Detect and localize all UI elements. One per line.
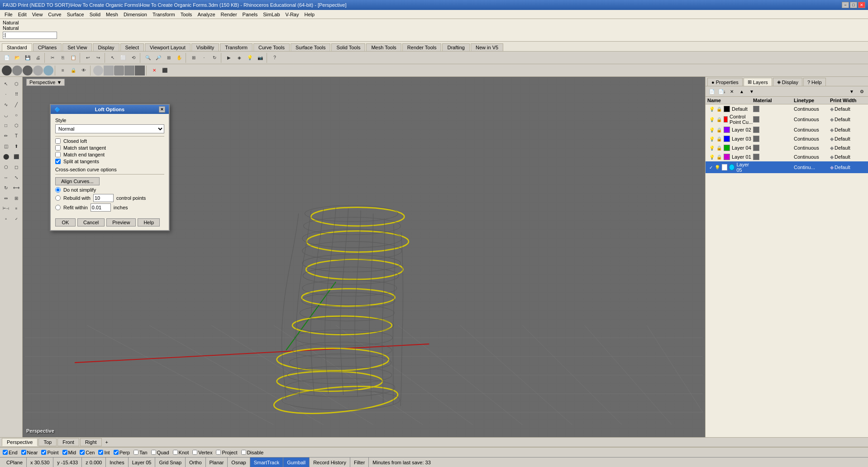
refit-value-input[interactable]: [91, 203, 111, 212]
status-smart-track[interactable]: SmartTrack: [250, 458, 283, 467]
menu-item-dimension[interactable]: Dimension: [121, 11, 150, 18]
hatch-tool[interactable]: ≡: [11, 203, 21, 213]
print-button[interactable]: 🖨: [33, 53, 43, 63]
tab-layers[interactable]: ⊞ Layers: [744, 78, 772, 86]
select-button[interactable]: ↖: [108, 53, 118, 63]
toolbar-tab-mesh-tools[interactable]: Mesh Tools: [366, 43, 401, 51]
lasso-select[interactable]: ⟲: [129, 53, 138, 63]
toolbar-tab-standard[interactable]: Standard: [2, 43, 32, 51]
status-layer[interactable]: Layer 05: [129, 458, 156, 467]
status-gumball[interactable]: Gumball: [283, 458, 310, 467]
lights-btn[interactable]: 💡: [245, 53, 255, 63]
gumball-btn[interactable]: [135, 66, 145, 75]
light-icon[interactable]: 💡: [715, 165, 720, 170]
loft-dialog-title[interactable]: 🔷 Loft Options ✕: [51, 105, 169, 114]
toolbar-tab-display[interactable]: Display: [93, 43, 119, 51]
material-swatch[interactable]: [753, 106, 759, 112]
save-button[interactable]: 💾: [23, 53, 33, 63]
match-start-checkbox[interactable]: [55, 145, 61, 151]
menu-item-panels[interactable]: Panels: [240, 11, 261, 18]
pan[interactable]: ✋: [174, 53, 184, 63]
light-icon[interactable]: 💡: [709, 107, 715, 112]
world-xy[interactable]: [2, 66, 12, 75]
ok-button[interactable]: OK: [55, 218, 76, 226]
text-tool[interactable]: T: [11, 131, 21, 141]
cancel-button[interactable]: Cancel: [77, 218, 105, 226]
layer-row-03[interactable]: 💡 🔒 Layer 03 Continuous ◆Default: [706, 134, 868, 143]
move-up-btn[interactable]: ▲: [737, 87, 746, 95]
snap-quad-checkbox[interactable]: [151, 450, 156, 455]
layer-color-swatch[interactable]: [724, 116, 728, 123]
snap-knot-checkbox[interactable]: [173, 450, 178, 455]
menu-item-edit[interactable]: Edit: [15, 11, 29, 18]
wireframe-mode[interactable]: [33, 66, 43, 75]
snap-knot[interactable]: Knot: [173, 450, 189, 455]
transform-tool[interactable]: ↔: [1, 172, 11, 182]
layer-row-02[interactable]: 💡 🔒 Layer 02 Continuous ◆Default: [706, 125, 868, 134]
snap-disable-checkbox[interactable]: [241, 450, 246, 455]
lock-icon[interactable]: 🔒: [716, 137, 722, 142]
ghosted-mode[interactable]: [43, 66, 53, 75]
undo-button[interactable]: ↩: [83, 53, 93, 63]
vp-add-button[interactable]: +: [103, 439, 111, 446]
align-curves-button[interactable]: Align Curves...: [55, 177, 100, 185]
snap-point[interactable]: Point: [41, 450, 58, 455]
vp-tab-perspective[interactable]: Perspective: [2, 438, 38, 446]
curve-tool[interactable]: ∿: [1, 99, 11, 109]
osnap-tool[interactable]: ✓: [11, 214, 21, 224]
vp-tab-front[interactable]: Front: [57, 438, 79, 446]
snap-vertex-checkbox[interactable]: [192, 450, 197, 455]
closed-loft-checkbox[interactable]: [55, 138, 61, 144]
sub-object[interactable]: ◻: [11, 162, 21, 172]
delete-layer-btn[interactable]: ✕: [727, 87, 736, 95]
material-swatch[interactable]: [753, 145, 759, 151]
window-select[interactable]: ⬜: [118, 53, 128, 63]
layer-color-swatch[interactable]: [724, 106, 730, 112]
layer-color-swatch[interactable]: [724, 127, 730, 133]
snap-perp[interactable]: Perp: [114, 450, 130, 455]
layer-color-swatch[interactable]: [722, 164, 727, 170]
menu-item-file[interactable]: File: [2, 11, 15, 18]
menu-item-tools[interactable]: Tools: [178, 11, 195, 18]
lock-icon[interactable]: 🔒: [716, 146, 722, 151]
menu-item-render[interactable]: Render: [218, 11, 240, 18]
snap-end-checkbox[interactable]: [3, 450, 8, 455]
snap-tan-checkbox[interactable]: [134, 450, 138, 455]
toolbar-tab-set-view[interactable]: Set View: [62, 43, 92, 51]
layer-tools[interactable]: ≡: [58, 66, 68, 75]
rebuild-radio[interactable]: [55, 195, 61, 201]
tab-display[interactable]: ◈ Display: [773, 78, 802, 86]
surface-tools-btn[interactable]: [114, 66, 124, 75]
layer-row-control-point[interactable]: 💡 🔒 Control Point Cu... Continuous ◆Defa…: [706, 113, 868, 125]
new-button[interactable]: 📄: [2, 53, 12, 63]
lock-icon[interactable]: 🔒: [716, 117, 722, 122]
layer-color-swatch[interactable]: [724, 154, 730, 160]
hide-layers[interactable]: 👁: [79, 66, 89, 75]
menu-item-solid[interactable]: Solid: [87, 11, 103, 18]
mirror-tool[interactable]: ⇔: [1, 193, 11, 203]
new-sublayer-btn[interactable]: 📄↓: [717, 87, 726, 95]
copy-button[interactable]: ⎘: [58, 53, 68, 63]
toolbar-tab-viewport-layout[interactable]: Viewport Layout: [145, 43, 191, 51]
snap-vertex[interactable]: Vertex: [192, 450, 212, 455]
move-down-btn[interactable]: ▼: [747, 87, 756, 95]
status-ortho[interactable]: Ortho: [186, 458, 206, 467]
point-cloud-tool[interactable]: ⠿: [11, 89, 21, 99]
material-swatch[interactable]: [753, 154, 759, 160]
point-tool[interactable]: ·: [1, 89, 11, 99]
tab-properties[interactable]: ● Properties: [707, 78, 743, 86]
snap-int[interactable]: Int: [98, 450, 110, 455]
material-swatch[interactable]: [753, 116, 759, 123]
light-icon[interactable]: 💡: [709, 137, 715, 142]
vp-tab-top[interactable]: Top: [38, 438, 57, 446]
material-swatch[interactable]: [753, 127, 759, 133]
menu-item-analyze[interactable]: Analyze: [195, 11, 218, 18]
snap-disable[interactable]: Disable: [241, 450, 264, 455]
menu-item-mesh[interactable]: Mesh: [103, 11, 121, 18]
style-select[interactable]: Normal Loose Tight Straight Sections Dev…: [55, 124, 164, 133]
zoom-in[interactable]: 🔍: [143, 53, 153, 63]
menu-item-surface[interactable]: Surface: [64, 11, 87, 18]
new-layer-btn[interactable]: 📄: [707, 87, 716, 95]
solid-tools-btn[interactable]: [104, 66, 114, 75]
rect-tool[interactable]: □: [1, 120, 11, 130]
